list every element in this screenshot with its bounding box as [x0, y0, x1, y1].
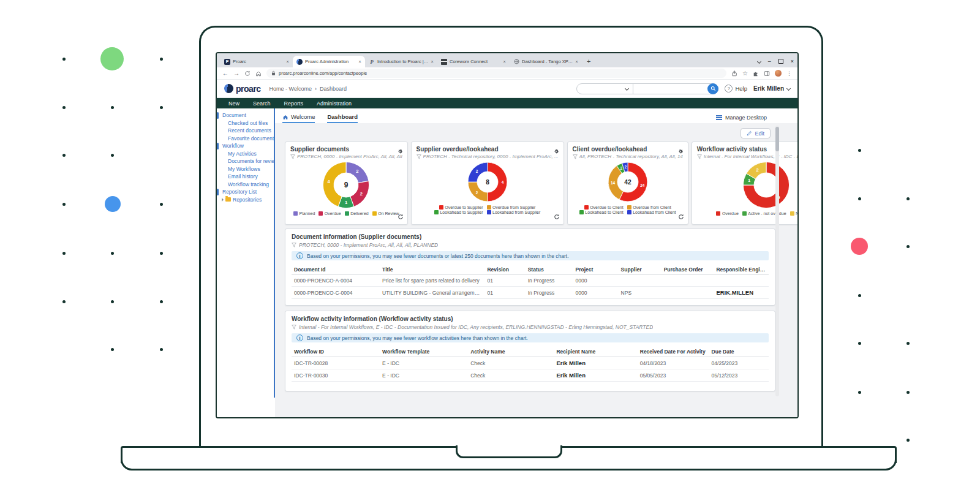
- sidebar-item-favourite-documents[interactable]: Favourite documents: [217, 135, 274, 143]
- gear-icon[interactable]: [677, 146, 684, 157]
- help-icon: ?: [725, 85, 733, 93]
- tab-dashboard[interactable]: Dashboard: [327, 113, 358, 123]
- column-header[interactable]: Workflow Template: [380, 347, 468, 357]
- bookmark-star-icon[interactable]: ☆: [742, 70, 748, 77]
- table-cell: 04/18/2023: [638, 357, 709, 369]
- column-header[interactable]: Status: [526, 265, 573, 275]
- close-window-button[interactable]: ×: [791, 58, 794, 64]
- scrollbar-thumb[interactable]: [775, 127, 779, 151]
- column-header[interactable]: Received Date For Activity: [638, 347, 709, 357]
- browser-tab-proarc[interactable]: P Proarc ×: [221, 56, 293, 67]
- panel-scrollbar[interactable]: [775, 126, 779, 396]
- sidebar-item-checked-out-files[interactable]: Checked out files: [217, 119, 274, 127]
- gear-icon[interactable]: [553, 146, 559, 157]
- search-button[interactable]: [707, 83, 718, 94]
- browser-tab-dashboard-tango[interactable]: Dashboard - Tango XP Project ×: [510, 56, 582, 67]
- home-button[interactable]: [255, 70, 262, 77]
- sidebar-item-my-activities[interactable]: My Activities: [217, 150, 274, 158]
- legend-label: Not started: [796, 211, 799, 216]
- info-icon: i: [296, 334, 303, 341]
- card-filter: PROTECH, 0000 - Implement ProArc, All, A…: [285, 153, 407, 159]
- back-button[interactable]: ←: [222, 70, 228, 77]
- table-row[interactable]: 0000-PROENCO-A-0004Price list for spare …: [292, 275, 769, 287]
- sidebar-item-my-workflows[interactable]: My Workflows: [217, 165, 274, 173]
- nav-item-administration[interactable]: Administration: [310, 100, 358, 107]
- tab-close-icon[interactable]: ×: [286, 59, 289, 64]
- column-header[interactable]: Document Id: [292, 265, 380, 275]
- column-header[interactable]: Activity Name: [468, 347, 554, 357]
- column-header[interactable]: Purchase Order: [662, 265, 714, 275]
- tab-close-icon[interactable]: ×: [431, 59, 434, 64]
- legend-label: Overdue from Client: [633, 205, 671, 210]
- tab-welcome[interactable]: Welcome: [282, 113, 315, 123]
- legend-label: Lookahead to Client: [585, 210, 623, 214]
- expand-triangle-icon[interactable]: [222, 198, 224, 202]
- search-input[interactable]: [633, 84, 718, 94]
- column-header[interactable]: Revision: [484, 265, 525, 275]
- decor-dot: [160, 203, 163, 206]
- sidebar-item-documents-for-review[interactable]: Documents for review: [217, 157, 274, 165]
- donut-segment[interactable]: [488, 162, 507, 202]
- decor-circle-green: [100, 47, 124, 70]
- reload-button[interactable]: [244, 70, 251, 77]
- refresh-icon[interactable]: [554, 211, 560, 222]
- sidebar-item-repositories[interactable]: Repositories: [217, 196, 274, 204]
- sidebar-item-workflow-tracking[interactable]: Workflow tracking: [217, 181, 274, 189]
- browser-menu-icon[interactable]: ⋮: [786, 70, 792, 77]
- table-row[interactable]: IDC-TR-00030E - IDCCheckErik Millen05/05…: [292, 369, 769, 382]
- proarc-logo-icon: [224, 84, 233, 93]
- sidebar-section-workflow[interactable]: Workflow: [217, 142, 274, 150]
- table-row[interactable]: 0000-PROENCO-C-0004UTILITY BUILDING - Ge…: [292, 287, 769, 299]
- maximize-button[interactable]: [778, 59, 783, 64]
- column-header[interactable]: Due Date: [709, 347, 769, 357]
- legend-swatch: [716, 211, 720, 216]
- nav-item-new[interactable]: New: [222, 100, 246, 107]
- browser-profile-avatar[interactable]: [775, 70, 782, 77]
- column-header[interactable]: Project: [573, 265, 619, 275]
- column-header[interactable]: Title: [380, 265, 484, 275]
- sidebar-section-document[interactable]: Document: [217, 111, 274, 119]
- side-panel-icon[interactable]: [764, 70, 770, 77]
- table-row[interactable]: IDC-TR-00028E - IDCCheckErik Millen04/18…: [292, 357, 769, 369]
- decor-dot: [858, 294, 861, 297]
- search-scope-select[interactable]: [577, 84, 633, 94]
- sidebar-item-email-history[interactable]: Email history: [217, 173, 274, 181]
- browser-toolbar: ← → proarc.proarconline.com/app/contactp…: [217, 67, 797, 80]
- address-bar[interactable]: proarc.proarconline.com/app/contactpeopl…: [266, 69, 726, 78]
- browser-tab-coreworx[interactable]: Coreworx Connect ×: [437, 56, 510, 67]
- edit-button[interactable]: Edit: [741, 128, 771, 138]
- tab-close-icon[interactable]: ×: [358, 59, 361, 64]
- section-filter: PROTECH, 0000 - Implement ProArc, All, A…: [292, 242, 769, 248]
- refresh-icon[interactable]: [398, 211, 404, 222]
- nav-item-search[interactable]: Search: [246, 100, 277, 107]
- help-button[interactable]: ? Help: [725, 85, 747, 93]
- refresh-icon[interactable]: [678, 211, 684, 222]
- legend-swatch: [742, 211, 747, 216]
- nav-item-reports[interactable]: Reports: [277, 100, 311, 107]
- user-menu[interactable]: Erik Millen: [753, 85, 790, 92]
- decor-dot: [858, 197, 861, 200]
- table-cell: Erik Millen: [554, 369, 637, 382]
- extensions-icon[interactable]: [753, 70, 759, 77]
- legend-item: Overdue: [716, 211, 738, 216]
- minimize-button[interactable]: –: [768, 58, 771, 64]
- browser-tab-proarc-administration[interactable]: Proarc Administration ×: [293, 56, 365, 67]
- table-cell: In Progress: [526, 275, 573, 287]
- share-icon[interactable]: [731, 70, 737, 77]
- breadcrumb-home[interactable]: Home - Welcome: [270, 86, 312, 92]
- browser-tab-introduction[interactable]: P Introduction to Proarc | Docume ×: [365, 56, 437, 67]
- tab-close-icon[interactable]: ×: [575, 59, 578, 64]
- tab-close-icon[interactable]: ×: [503, 59, 506, 64]
- column-header[interactable]: Supplier: [619, 265, 662, 275]
- column-header[interactable]: Workflow ID: [292, 347, 380, 357]
- gear-icon[interactable]: [397, 146, 403, 157]
- manage-desktop-button[interactable]: Manage Desktop: [716, 115, 767, 123]
- column-header[interactable]: Responsible Engin...: [714, 265, 769, 275]
- sidebar-item-recent-documents[interactable]: Recent documents: [217, 127, 274, 135]
- new-tab-button[interactable]: +: [587, 58, 590, 65]
- window-chevron-icon[interactable]: [757, 59, 761, 63]
- forward-button[interactable]: →: [233, 70, 239, 77]
- legend-label: Overdue to Supplier: [445, 205, 483, 210]
- sidebar-section-repository-list[interactable]: Repository List: [217, 188, 274, 196]
- column-header[interactable]: Recipient Name: [554, 347, 637, 357]
